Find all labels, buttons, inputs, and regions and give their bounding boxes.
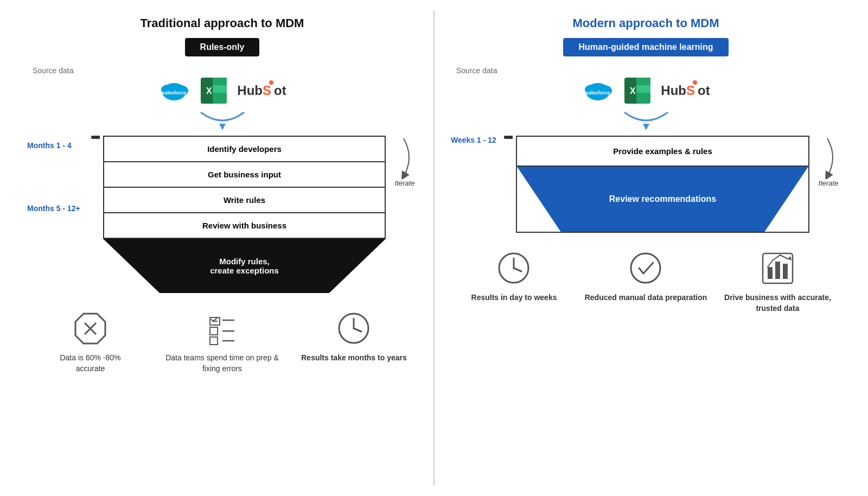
- modern-process-bracket: [504, 136, 513, 139]
- modern-arrow-down: [614, 110, 679, 131]
- modern-step-examples: Provide examples & rules: [517, 137, 808, 167]
- svg-line-16: [211, 319, 213, 321]
- icon-col-prep: Data teams spend time on prep & fixing e…: [159, 309, 285, 374]
- step-business-input: Get business input: [104, 162, 385, 188]
- icon-col-results-fast: Results in day to weeks: [451, 249, 577, 314]
- traditional-arrow-down: [190, 110, 255, 131]
- svg-rect-42: [768, 267, 773, 279]
- checklist-icon: [203, 309, 241, 347]
- accuracy-text: Data is 60% -80%accurate: [60, 353, 120, 374]
- traditional-panel: Traditional approach to MDM Rules-only S…: [16, 11, 428, 485]
- svg-text:X: X: [630, 86, 636, 96]
- icon-col-drive-business: Drive business with accurate, trusted da…: [714, 249, 841, 314]
- panel-divider: [433, 11, 435, 485]
- traditional-source-label: Source data: [33, 66, 74, 75]
- modern-excel-logo: X: [624, 77, 651, 104]
- month-label-1: Months 1 - 4: [27, 141, 87, 150]
- step-identify: Identify developers: [104, 137, 385, 162]
- svg-rect-21: [210, 337, 218, 345]
- svg-rect-34: [636, 78, 650, 85]
- modern-process: Weeks 1 - 12 Provide examples & rules Re…: [451, 136, 841, 233]
- modern-steps-container: Provide examples & rules Review recommen…: [516, 136, 809, 233]
- reduced-prep-text: Reduced manual data preparation: [585, 292, 707, 303]
- traditional-process: Months 1 - 4 Months 5 - 12+ Identify dev…: [27, 136, 417, 293]
- octagon-x-icon: [72, 309, 110, 347]
- svg-text:salesforce: salesforce: [586, 90, 610, 96]
- modern-iterate-label: Iterate: [819, 179, 839, 187]
- prep-text: Data teams spend time on prep & fixing e…: [159, 353, 285, 374]
- traditional-badge: Rules-only: [185, 38, 260, 56]
- modern-salesforce-logo: salesforce: [582, 80, 614, 101]
- svg-marker-10: [219, 124, 226, 130]
- modern-bottom-icons: Results in day to weeks Reduced manual d…: [451, 249, 841, 314]
- modern-iterate: Iterate: [814, 136, 841, 187]
- results-time-text: Results take months to years: [301, 353, 407, 364]
- clock-icon-modern: [495, 249, 533, 287]
- steps-top: Identify developers Get business input W…: [103, 136, 386, 239]
- traditional-title: Traditional approach to MDM: [141, 16, 304, 30]
- svg-text:X: X: [206, 86, 212, 96]
- step-review: Review with business: [104, 213, 385, 238]
- salesforce-logo: salesforce: [158, 80, 190, 101]
- modern-panel: Modern approach to MDM Human-guided mach…: [440, 11, 852, 485]
- chart-icon: [759, 249, 797, 287]
- modern-logos: salesforce X HubSot: [582, 77, 710, 104]
- traditional-logos: salesforce X HubSot: [158, 77, 286, 104]
- svg-line-25: [354, 328, 361, 332]
- excel-logo: X: [200, 77, 227, 104]
- checkmark-circle-icon: [627, 249, 665, 287]
- svg-marker-36: [643, 124, 649, 130]
- traditional-bottom-icons: Data is 60% -80%accurate: [27, 309, 417, 374]
- svg-line-17: [213, 317, 218, 321]
- drive-business-text: Drive business with accurate, trusted da…: [714, 292, 841, 314]
- steps-container: Identify developers Get business input W…: [103, 136, 386, 293]
- page: Traditional approach to MDM Rules-only S…: [0, 0, 868, 496]
- step-write-rules: Write rules: [104, 188, 385, 213]
- icon-col-results-time: Results take months to years: [291, 309, 417, 374]
- funnel-wrapper: Modify rules, create exceptions: [103, 239, 386, 293]
- results-fast-text: Results in day to weeks: [471, 292, 557, 303]
- svg-line-39: [514, 268, 521, 271]
- week-label: Weeks 1 - 12: [451, 136, 500, 144]
- svg-rect-19: [210, 327, 218, 335]
- funnel-step: Modify rules, create exceptions: [103, 239, 386, 293]
- svg-marker-45: [788, 256, 792, 260]
- week-labels: Weeks 1 - 12: [451, 136, 500, 144]
- process-bracket: [91, 136, 100, 139]
- icon-col-reduced-prep: Reduced manual data preparation: [583, 249, 709, 314]
- svg-point-40: [631, 253, 660, 283]
- svg-rect-8: [213, 78, 227, 85]
- month-label-2: Months 5 - 12+: [27, 204, 87, 213]
- traditional-iterate: Iterate: [390, 136, 417, 198]
- modern-hubspot-logo: HubSot: [661, 83, 710, 98]
- hubspot-logo: HubSot: [237, 83, 286, 98]
- svg-text:salesforce: salesforce: [162, 90, 187, 96]
- iterate-label: Iterate: [395, 179, 415, 187]
- modern-badge: Human-guided machine learning: [563, 38, 728, 56]
- modern-title: Modern approach to MDM: [572, 16, 719, 30]
- clock-icon-traditional: [335, 309, 373, 347]
- svg-rect-44: [783, 264, 788, 279]
- modern-source-label: Source data: [456, 66, 497, 75]
- month-labels: Months 1 - 4 Months 5 - 12+: [27, 136, 87, 213]
- icon-col-accuracy: Data is 60% -80%accurate: [27, 309, 154, 374]
- modern-step-review: Review recommendations: [517, 167, 808, 232]
- svg-rect-43: [775, 262, 780, 279]
